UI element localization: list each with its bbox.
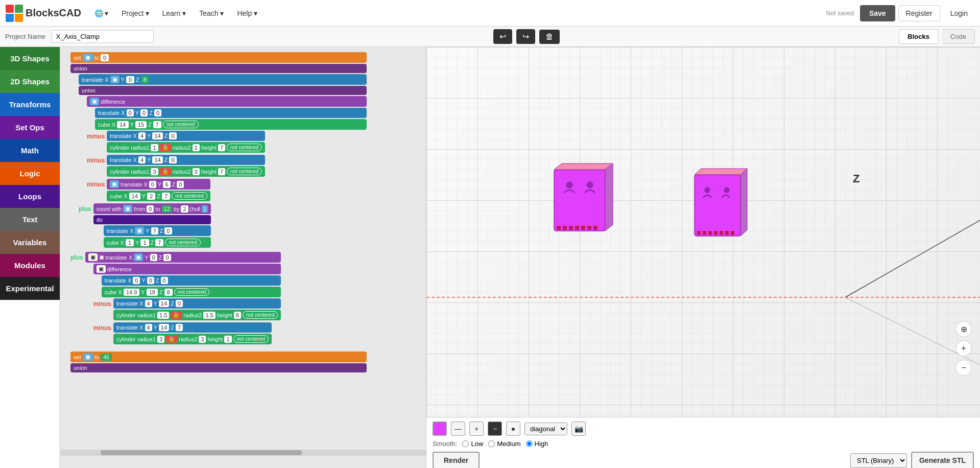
- minus-cube-notch: minus ▣ translate X0 Y6 Z0 cube X14 Y2 Z…: [87, 179, 367, 202]
- center-view-button[interactable]: ⊕: [955, 321, 972, 337]
- sidebar-item-math[interactable]: Math: [0, 139, 60, 162]
- set-block: set ▣ to 0: [70, 52, 367, 63]
- svg-rect-20: [581, 226, 585, 230]
- svg-point-23: [566, 182, 572, 188]
- h-scrollbar-thumb[interactable]: [101, 450, 302, 455]
- learn-menu[interactable]: Learn ▾: [157, 6, 192, 20]
- sidebar-item-3d-shapes[interactable]: 3D Shapes: [0, 47, 60, 70]
- svg-rect-31: [714, 231, 718, 235]
- svg-rect-13: [554, 170, 605, 231]
- sidebar: 3D Shapes 2D Shapes Transforms Set Ops M…: [0, 47, 60, 468]
- svg-rect-19: [575, 226, 579, 230]
- render-button[interactable]: Render: [433, 452, 480, 468]
- smooth-low-option[interactable]: Low: [462, 440, 483, 448]
- medium-label: Medium: [497, 440, 520, 448]
- project-name-input[interactable]: [52, 30, 154, 43]
- svg-rect-34: [731, 231, 734, 235]
- viewport-3d[interactable]: Z: [426, 47, 980, 417]
- smooth-low-radio[interactable]: [462, 440, 469, 447]
- smooth-high-radio[interactable]: [526, 440, 533, 447]
- generate-stl-button[interactable]: Generate STL: [911, 452, 974, 468]
- globe-icon: 🌐: [94, 9, 103, 17]
- login-button[interactable]: Login: [943, 6, 975, 21]
- svg-point-35: [705, 188, 710, 193]
- svg-rect-17: [563, 226, 567, 230]
- view-minus-button[interactable]: —: [451, 422, 465, 436]
- help-menu[interactable]: Help ▾: [232, 6, 262, 20]
- svg-marker-26: [695, 169, 747, 175]
- project-menu[interactable]: Project ▾: [116, 6, 154, 20]
- difference-block-1: ▣ difference: [87, 96, 367, 107]
- svg-rect-21: [587, 226, 591, 230]
- viewport-controls: ⊕ + −: [955, 321, 972, 376]
- blocks-workspace[interactable]: set ▣ to 0 union translate X ▣ Y0 Z8 uni…: [60, 47, 426, 468]
- undo-button[interactable]: ↩: [493, 29, 512, 44]
- set-block-2: set ▣ to 45: [70, 352, 367, 362]
- svg-rect-33: [725, 231, 729, 235]
- delete-button[interactable]: 🗑: [539, 30, 560, 44]
- svg-rect-22: [593, 226, 597, 230]
- sidebar-item-loops[interactable]: Loops: [0, 185, 60, 208]
- svg-line-8: [845, 195, 980, 297]
- translate-block-1: translate X ▣ Y0 Z8: [79, 74, 367, 85]
- smooth-medium-radio[interactable]: [488, 440, 495, 447]
- model-left: [549, 159, 615, 246]
- minus-cylinder-1: minus translate X4 Y14 Z0 cylinder radiu…: [87, 131, 367, 154]
- svg-rect-25: [695, 175, 740, 236]
- svg-rect-1: [15, 5, 23, 13]
- union-block: union: [70, 64, 367, 73]
- sidebar-item-variables[interactable]: Variables: [0, 231, 60, 254]
- sidebar-item-modules[interactable]: Modules: [0, 254, 60, 277]
- sidebar-item-set-ops[interactable]: Set Ops: [0, 116, 60, 139]
- union-block-2: union: [70, 363, 367, 372]
- help-label: Help ▾: [237, 9, 257, 17]
- viewport: Z: [426, 47, 980, 468]
- globe-button[interactable]: 🌐 ▾: [89, 6, 113, 20]
- blocks-tab[interactable]: Blocks: [899, 29, 938, 44]
- camera-button[interactable]: 📷: [571, 422, 586, 436]
- svg-rect-16: [557, 226, 561, 230]
- code-tab[interactable]: Code: [942, 29, 975, 44]
- teach-menu[interactable]: Teach ▾: [194, 6, 229, 20]
- view-circle-button[interactable]: ●: [506, 422, 520, 436]
- svg-rect-2: [6, 14, 14, 22]
- stl-format-select[interactable]: STL (Binary) STL (ASCII): [850, 453, 907, 468]
- horizontal-scrollbar[interactable]: [60, 450, 426, 456]
- model-right: [692, 165, 753, 251]
- smooth-high-option[interactable]: High: [526, 440, 548, 448]
- svg-rect-28: [697, 231, 701, 235]
- low-label: Low: [471, 440, 483, 448]
- not-saved-status: Not saved: [826, 10, 854, 17]
- smooth-medium-option[interactable]: Medium: [488, 440, 520, 448]
- trash-icon: 🗑: [545, 32, 554, 41]
- svg-marker-27: [740, 169, 747, 236]
- sidebar-item-logic[interactable]: Logic: [0, 162, 60, 185]
- learn-label: Learn ▾: [162, 9, 186, 17]
- plus-translate-2: plus ▣ ▣ translate X ▣ Y0 Z0 ▣: [70, 252, 367, 346]
- zoom-out-button[interactable]: −: [955, 360, 972, 376]
- sidebar-item-transforms[interactable]: Transforms: [0, 93, 60, 116]
- save-button[interactable]: Save: [860, 5, 895, 21]
- color-swatch[interactable]: [433, 422, 447, 436]
- sidebar-item-text[interactable]: Text: [0, 208, 60, 231]
- svg-rect-29: [703, 231, 706, 235]
- high-label: High: [535, 440, 548, 448]
- project-name-label: Project Name: [5, 33, 45, 40]
- block-stack-1: set ▣ to 0 union translate X ▣ Y0 Z8 uni…: [70, 52, 367, 372]
- svg-rect-18: [569, 226, 573, 230]
- redo-button[interactable]: ↪: [516, 29, 535, 44]
- smooth-controls: Smooth: Low Medium High: [433, 440, 974, 448]
- diagonal-select[interactable]: diagonal top front side: [524, 423, 567, 435]
- teach-label: Teach ▾: [199, 9, 224, 17]
- svg-marker-15: [605, 163, 613, 231]
- globe-label: ▾: [105, 9, 108, 17]
- register-button[interactable]: Register: [898, 5, 940, 21]
- view-minus-active-button[interactable]: −: [488, 422, 502, 436]
- svg-point-24: [587, 182, 593, 188]
- zoom-in-button[interactable]: +: [955, 340, 972, 357]
- plus-count-loop: plus count with▣ from0 to12 by2 (hull) d…: [79, 203, 367, 249]
- view-plus-button[interactable]: +: [469, 422, 484, 436]
- svg-rect-30: [708, 231, 712, 235]
- sidebar-item-experimental[interactable]: Experimental: [0, 277, 60, 300]
- sidebar-item-2d-shapes[interactable]: 2D Shapes: [0, 70, 60, 93]
